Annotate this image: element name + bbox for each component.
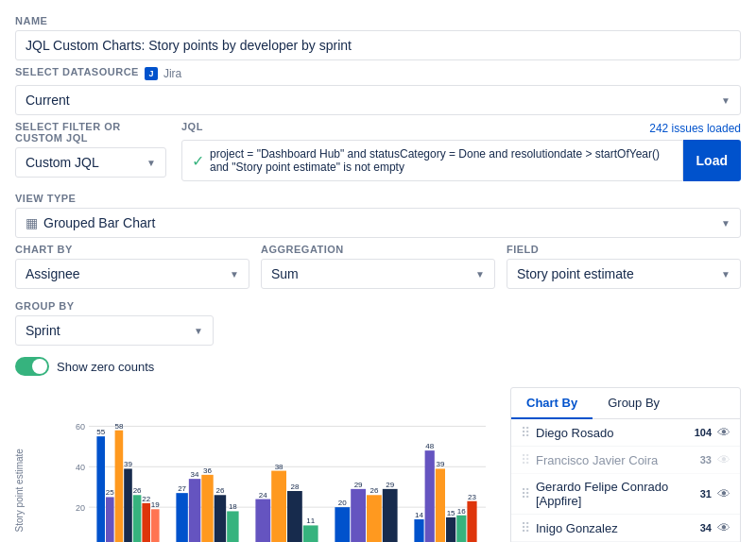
svg-text:36: 36 — [203, 466, 212, 475]
svg-text:11: 11 — [306, 517, 315, 525]
svg-rect-65 — [456, 516, 466, 542]
svg-text:58: 58 — [114, 422, 123, 431]
svg-text:18: 18 — [229, 502, 237, 511]
chart-by-select[interactable]: Assignee ▼ — [15, 259, 249, 289]
list-item: ⠿ Diego Rosado 104 👁 — [511, 419, 740, 447]
eye-icon[interactable]: 👁 — [717, 425, 730, 440]
aggregation-chevron: ▼ — [475, 269, 485, 279]
show-zero-label: Show zero counts — [57, 360, 154, 374]
chart-by-label: Chart By — [15, 244, 249, 255]
item-badge: 34 — [685, 522, 712, 534]
svg-text:26: 26 — [215, 486, 224, 495]
svg-text:38: 38 — [275, 463, 284, 471]
svg-rect-14 — [124, 468, 132, 542]
filter-select[interactable]: Custom JQL ▼ — [15, 147, 166, 178]
aggregation-label: Aggregation — [261, 244, 495, 255]
chart-tabs: Chart By Group By — [511, 388, 740, 419]
bar-chart-icon: ▦ — [26, 215, 38, 230]
svg-text:26: 26 — [133, 486, 142, 495]
svg-rect-24 — [176, 493, 187, 542]
svg-rect-30 — [215, 495, 226, 542]
item-name: Diego Rosado — [536, 426, 679, 440]
svg-rect-16 — [133, 495, 142, 542]
aggregation-select[interactable]: Sum ▼ — [261, 259, 495, 289]
group-by-chevron: ▼ — [194, 326, 203, 336]
y-axis-label: Story point estimate — [14, 449, 25, 532]
svg-text:55: 55 — [96, 428, 105, 436]
jql-text: project = "Dashboard Hub" and statusCate… — [210, 147, 673, 174]
filter-label: Select filter or custom JQL — [15, 121, 166, 144]
item-badge: 31 — [685, 488, 712, 500]
svg-rect-57 — [414, 519, 423, 542]
svg-rect-43 — [303, 525, 318, 542]
tab-group-by[interactable]: Group By — [593, 388, 675, 418]
jql-label: JQL — [181, 121, 203, 132]
view-type-label: View Type — [15, 193, 741, 204]
field-select[interactable]: Story point estimate ▼ — [507, 259, 741, 289]
eye-icon[interactable]: 👁 — [717, 486, 730, 501]
svg-rect-12 — [115, 431, 124, 542]
svg-text:20: 20 — [76, 503, 85, 513]
list-item: ⠿ Inigo Gonzalez 34 👁 — [511, 515, 740, 542]
svg-text:28: 28 — [290, 483, 299, 491]
group-by-select[interactable]: Sprint ▼ — [15, 315, 214, 346]
item-badge: 104 — [685, 427, 712, 438]
svg-rect-53 — [383, 489, 398, 542]
aggregation-value: Sum — [271, 266, 299, 281]
drag-handle[interactable]: ⠿ — [521, 520, 530, 535]
svg-text:39: 39 — [124, 460, 132, 468]
drag-handle[interactable]: ⠿ — [521, 425, 530, 440]
name-label: Name — [15, 15, 741, 26]
group-by-label: Group By — [15, 300, 214, 312]
svg-text:29: 29 — [386, 481, 394, 489]
svg-text:15: 15 — [447, 509, 455, 517]
list-item: ⠿ Francisco Javier Coira 33 👁 — [511, 447, 740, 474]
svg-text:24: 24 — [259, 491, 267, 500]
item-badge: 33 — [685, 454, 712, 466]
svg-rect-20 — [151, 509, 160, 542]
svg-rect-47 — [335, 507, 350, 542]
load-button[interactable]: Load — [683, 140, 741, 181]
item-name: Inigo Gonzalez — [536, 521, 679, 535]
view-type-select[interactable]: ▦ Grouped Bar Chart ▼ — [15, 208, 741, 238]
svg-rect-32 — [227, 511, 238, 542]
datasource-value: Jira — [163, 67, 181, 80]
chart-by-value: Assignee — [26, 266, 80, 281]
show-zero-toggle[interactable] — [15, 357, 49, 376]
svg-text:40: 40 — [76, 463, 85, 472]
svg-rect-67 — [467, 501, 476, 542]
svg-text:26: 26 — [369, 486, 378, 495]
svg-text:48: 48 — [425, 442, 434, 450]
svg-rect-49 — [351, 489, 366, 542]
eye-icon[interactable]: 👁 — [717, 452, 730, 467]
svg-text:29: 29 — [354, 481, 363, 489]
svg-text:27: 27 — [178, 484, 186, 493]
svg-text:39: 39 — [436, 460, 444, 468]
view-type-chevron: ▼ — [721, 218, 730, 229]
tab-chart-by[interactable]: Chart By — [511, 388, 593, 419]
field-chevron: ▼ — [721, 269, 730, 279]
svg-rect-10 — [106, 497, 114, 542]
drag-handle[interactable]: ⠿ — [521, 452, 530, 467]
current-value: Current — [26, 93, 70, 108]
svg-rect-26 — [189, 479, 200, 542]
current-select[interactable]: Current ▼ — [15, 85, 741, 115]
svg-rect-41 — [287, 491, 302, 542]
list-item: ⠿ Gerardo Felipe Conrado [Appfire] 31 👁 — [511, 474, 740, 515]
view-type-value: Grouped Bar Chart — [43, 215, 155, 230]
svg-rect-59 — [425, 450, 435, 542]
eye-icon[interactable]: 👁 — [717, 520, 730, 535]
svg-rect-18 — [142, 503, 150, 542]
svg-text:23: 23 — [468, 493, 476, 501]
field-value: Story point estimate — [517, 266, 634, 281]
svg-text:19: 19 — [151, 500, 160, 509]
item-name: Francisco Javier Coira — [536, 453, 679, 467]
svg-rect-63 — [446, 517, 455, 542]
svg-text:16: 16 — [457, 507, 466, 516]
drag-handle[interactable]: ⠿ — [521, 486, 530, 501]
chart-list: ⠿ Diego Rosado 104 👁 ⠿ Francisco Javier … — [511, 419, 740, 542]
svg-text:22: 22 — [142, 495, 150, 503]
chart-by-chevron: ▼ — [230, 269, 239, 279]
svg-text:20: 20 — [338, 499, 347, 507]
name-input[interactable] — [15, 30, 741, 60]
